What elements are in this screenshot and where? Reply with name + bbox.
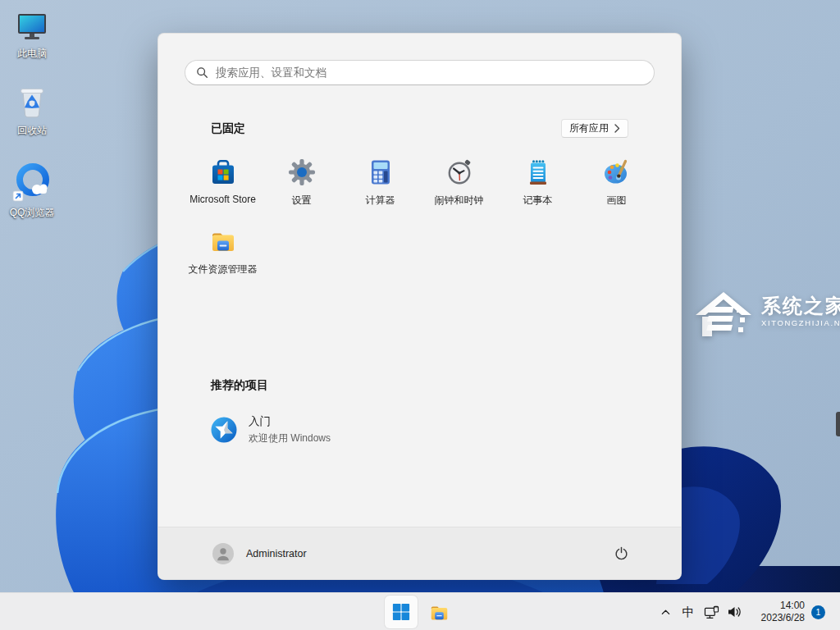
- edge-panel-handle[interactable]: [836, 412, 840, 436]
- desktop-icon-qq-browser[interactable]: QQ浏览器: [0, 161, 64, 220]
- desktop-icon-this-pc[interactable]: 此电脑: [0, 8, 64, 61]
- recommended-item-title: 入门: [249, 414, 331, 429]
- tray-show-hidden-icons-button[interactable]: [654, 593, 677, 630]
- app-label: 设置: [292, 194, 312, 208]
- desktop-icon-label: 回收站: [17, 124, 47, 138]
- pinned-section-title: 已固定: [211, 121, 245, 136]
- network-icon: [704, 605, 719, 619]
- tray-date: 2023/6/28: [751, 612, 805, 624]
- search-box[interactable]: [185, 60, 655, 85]
- app-tile-file-explorer[interactable]: 文件资源管理器: [184, 223, 262, 292]
- get-started-icon: [211, 417, 237, 443]
- start-menu-footer: Administrator: [158, 527, 681, 579]
- app-label: 画图: [607, 194, 627, 208]
- app-label: 文件资源管理器: [189, 262, 258, 276]
- power-icon: [614, 546, 628, 560]
- app-tile-paint[interactable]: 画图: [578, 154, 656, 223]
- notepad-icon: [523, 158, 553, 187]
- taskbar: 中 14:00 2023/6/28 1: [0, 592, 840, 630]
- app-tile-alarms-clock[interactable]: 闹钟和时钟: [420, 154, 499, 223]
- qq-browser-icon: [11, 161, 52, 203]
- notification-count: 1: [816, 607, 821, 617]
- microsoft-store-icon: [208, 158, 238, 187]
- person-icon: [212, 543, 234, 564]
- app-label: Microsoft Store: [189, 194, 256, 205]
- notification-badge[interactable]: 1: [811, 605, 825, 619]
- watermark-subtitle: XITONGZHIJIA.NET: [761, 318, 840, 327]
- search-icon: [196, 66, 208, 79]
- watermark: 系统之家 XITONGZHIJIA.NET: [694, 289, 840, 341]
- watermark-logo-icon: [694, 289, 756, 341]
- ime-label: 中: [682, 605, 695, 620]
- calculator-icon: [366, 158, 395, 187]
- chevron-right-icon: [614, 124, 620, 133]
- desktop-icon-label: 此电脑: [17, 47, 47, 61]
- recommended-item-subtitle: 欢迎使用 Windows: [249, 431, 331, 445]
- monitor-icon: [14, 8, 50, 44]
- pinned-app-grid: Microsoft Store 设置: [184, 154, 656, 292]
- volume-icon: [727, 605, 742, 619]
- power-button[interactable]: [607, 540, 635, 568]
- watermark-title: 系统之家: [761, 295, 840, 317]
- app-tile-settings[interactable]: 设置: [262, 154, 341, 223]
- desktop-icon-label: QQ浏览器: [10, 206, 55, 220]
- app-tile-notepad[interactable]: 记事本: [499, 154, 578, 223]
- app-label: 闹钟和时钟: [435, 194, 484, 208]
- taskbar-file-explorer-button[interactable]: [422, 596, 455, 628]
- desktop-icon-recycle-bin[interactable]: 回收站: [0, 84, 64, 138]
- app-tile-calculator[interactable]: 计算器: [341, 154, 420, 223]
- tray-time: 14:00: [751, 600, 805, 612]
- chevron-up-icon: [660, 607, 671, 618]
- folder-icon: [208, 226, 238, 256]
- all-apps-label: 所有应用: [569, 121, 609, 135]
- start-menu: 已固定 所有应用 Microsoft Store: [158, 33, 682, 580]
- app-label: 记事本: [523, 194, 553, 208]
- recycle-bin-icon: [14, 84, 50, 121]
- folder-icon: [428, 601, 450, 623]
- tray-volume-button[interactable]: [723, 593, 746, 630]
- paint-palette-icon: [602, 158, 632, 187]
- settings-gear-icon: [287, 158, 317, 187]
- app-tile-microsoft-store[interactable]: Microsoft Store: [184, 154, 262, 223]
- alarm-clock-icon: [445, 158, 474, 187]
- tray-network-button[interactable]: [700, 593, 723, 630]
- user-name: Administrator: [246, 548, 307, 559]
- user-account-button[interactable]: Administrator: [212, 538, 315, 569]
- search-input[interactable]: [185, 60, 655, 85]
- start-button[interactable]: [385, 596, 418, 628]
- user-avatar: [212, 543, 234, 564]
- tray-clock[interactable]: 14:00 2023/6/28: [751, 600, 805, 624]
- tray-ime-indicator[interactable]: 中: [677, 593, 700, 630]
- recommended-section-title: 推荐的项目: [211, 378, 268, 391]
- recommended-item-get-started[interactable]: 入门 欢迎使用 Windows: [185, 409, 655, 450]
- app-label: 计算器: [366, 194, 395, 208]
- windows-logo-icon: [392, 603, 410, 621]
- all-apps-button[interactable]: 所有应用: [561, 119, 628, 138]
